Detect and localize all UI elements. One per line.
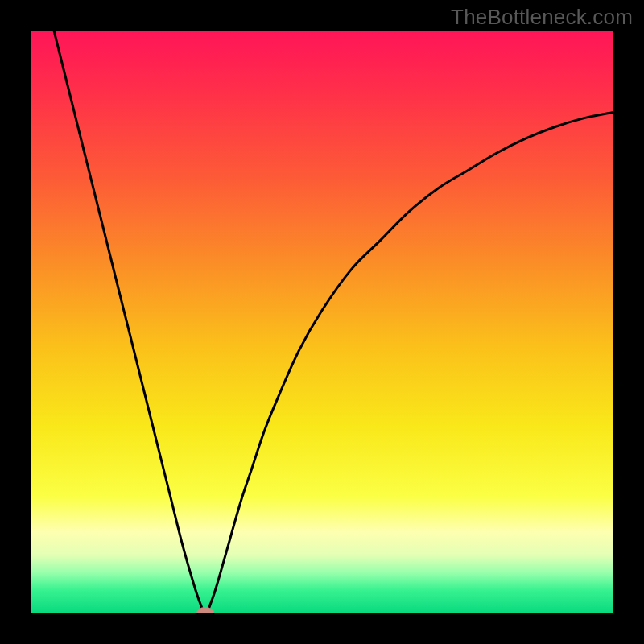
plot-area bbox=[31, 31, 613, 613]
chart-frame: TheBottleneck.com bbox=[0, 0, 644, 644]
plot-svg bbox=[31, 31, 613, 613]
gradient-bg bbox=[31, 31, 613, 613]
watermark-text: TheBottleneck.com bbox=[451, 5, 633, 30]
